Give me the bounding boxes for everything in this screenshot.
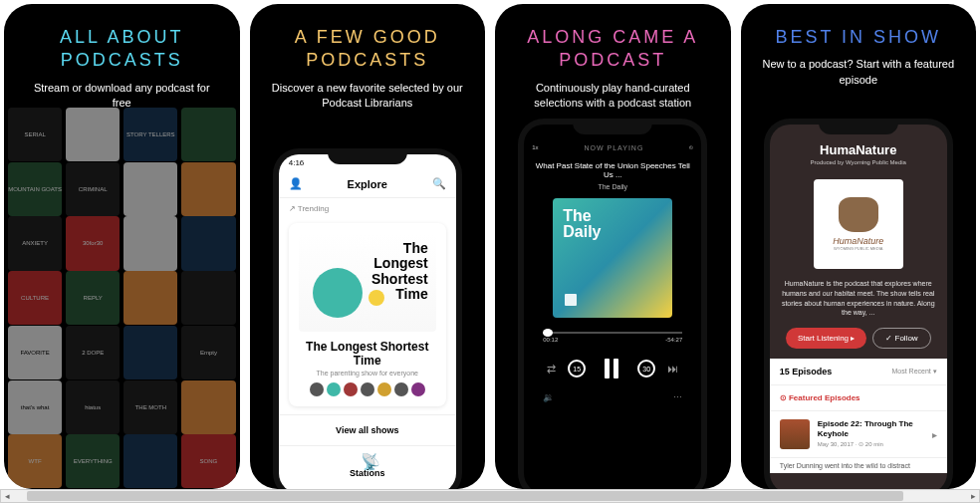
player-top-row: 1x NOW PLAYING ⎋ [524,140,701,155]
listener-avatars [299,382,436,396]
episodes-list: 15 Episodes Most Recent ▾ ⊙ Featured Epi… [770,359,947,473]
screenshots-row: ALL ABOUT PODCASTS Stream or download an… [0,0,980,493]
time-elapsed: 00:12 [543,337,558,343]
screenshot-panel-1: ALL ABOUT PODCASTS Stream or download an… [4,4,240,489]
featured-show-card[interactable]: The Longest Shortest Time The Longest Sh… [289,223,446,406]
scroll-left-arrow[interactable]: ◂ [1,491,13,501]
view-all-link[interactable]: View all shows [279,414,456,445]
time-row: 00:12 -54:27 [543,337,682,343]
profile-icon[interactable]: 👤 [289,177,303,191]
horizontal-scrollbar[interactable]: ◂ ▸ [0,489,980,503]
episode-count: 15 Episodes [780,367,833,377]
sort-dropdown[interactable]: Most Recent ▾ [892,368,937,376]
episode-row[interactable]: Episode 22: Through The Keyhole May 30, … [770,411,947,458]
action-buttons: Start Listening ▸ ✓ Follow [770,328,947,349]
play-episode-icon[interactable]: ▸ [932,429,937,440]
episode-meta: May 30, 2017 · ⊙ 20 min [818,440,924,447]
panel-title-2: A FEW GOOD PODCASTS [250,26,486,73]
speed-button[interactable]: 1x [532,144,538,151]
scroll-right-arrow[interactable]: ▸ [967,491,979,501]
screenshot-panel-3: ALONG CAME A PODCAST Continuously play h… [495,4,731,489]
skip-back-button[interactable]: 15 [568,360,586,377]
progress-bar[interactable] [543,332,682,334]
trending-label: ↗ Trending [279,198,456,219]
time-remaining: -54:27 [665,337,682,343]
player-screen: 1x NOW PLAYING ⎋ What Past State of the … [524,125,701,489]
start-listening-button[interactable]: Start Listening ▸ [786,328,866,349]
phone-mockup-3: 1x NOW PLAYING ⎋ What Past State of the … [518,119,707,489]
panel-subtitle-4: New to a podcast? Start with a featured … [741,57,977,88]
nyt-logo [565,294,577,306]
show-subtitle: The parenting show for everyone [299,370,436,377]
follow-button[interactable]: ✓ Follow [872,328,930,349]
explore-header: 👤 Explore 🔍 [279,171,456,198]
show-name: The Daily [598,183,627,190]
producer-label: Produced by Wyoming Public Media [778,159,939,165]
panel-title-4: BEST IN SHOW [775,26,941,49]
episode-description: Tyler Dunning went into the wild to dist… [770,458,947,473]
pause-button[interactable] [598,355,625,382]
show-cover-art: HumaNature WYOMING PUBLIC MEDIA [814,179,903,269]
shuffle-icon[interactable]: ⇄ [547,363,556,376]
show-artwork: The Longest Shortest Time [299,233,436,332]
phone-mockup-2: 4:16 👤 Explore 🔍 ↗ Trending The Longest … [273,148,462,489]
volume-icon[interactable]: 🔉 [543,392,554,402]
more-icon[interactable]: ⋯ [673,392,682,402]
episode-title: What Past State of the Union Speeches Te… [524,159,701,181]
search-icon[interactable]: 🔍 [432,177,446,191]
screenshot-panel-4: BEST IN SHOW New to a podcast? Start wit… [741,4,977,489]
panel-title-1: ALL ABOUT PODCASTS [4,26,240,73]
explore-screen: 4:16 👤 Explore 🔍 ↗ Trending The Longest … [279,154,456,489]
show-detail-screen: HumaNature Produced by Wyoming Public Me… [770,125,947,489]
detail-show-title: HumaNature [778,142,939,157]
podcast-grid: SERIALSTORY TELLERS MOUNTAIN GOATSCRIMIN… [4,104,240,489]
skip-forward-button[interactable]: 30 [637,360,655,377]
stations-section[interactable]: 📡 Stations [279,445,456,484]
scrollbar-thumb[interactable] [27,491,903,501]
cast-icon[interactable]: ⎋ [689,144,693,151]
episode-title: Episode 22: Through The Keyhole [818,419,924,438]
show-title: The Longest Shortest Time [299,340,436,368]
featured-section-header: ⊙ Featured Episodes [770,385,947,411]
panel-subtitle-3: Continuously play hand-curated selection… [495,81,731,112]
broadcast-icon: 📡 [361,452,374,466]
playback-controls: ⇄ 15 30 ⏭ [547,355,678,382]
phone-notch [573,119,652,134]
skip-next-icon[interactable]: ⏭ [667,363,678,375]
episodes-header: 15 Episodes Most Recent ▾ [770,359,947,385]
bison-illustration [839,197,878,232]
panel-subtitle-2: Discover a new favorite selected by our … [250,81,486,112]
episode-thumbnail [780,419,810,449]
phone-mockup-4: HumaNature Produced by Wyoming Public Me… [764,119,953,489]
explore-title: Explore [348,178,387,190]
show-description: HumaNature is the podcast that explores … [770,275,947,322]
phone-notch [328,148,407,164]
phone-notch [819,119,898,134]
screenshot-panel-2: A FEW GOOD PODCASTS Discover a new favor… [250,4,486,489]
panel-title-3: ALONG CAME A PODCAST [495,26,731,73]
player-artwork: The Daily [553,198,672,318]
secondary-controls: 🔉 ⋯ [543,392,682,402]
now-playing-label: NOW PLAYING [584,144,643,151]
